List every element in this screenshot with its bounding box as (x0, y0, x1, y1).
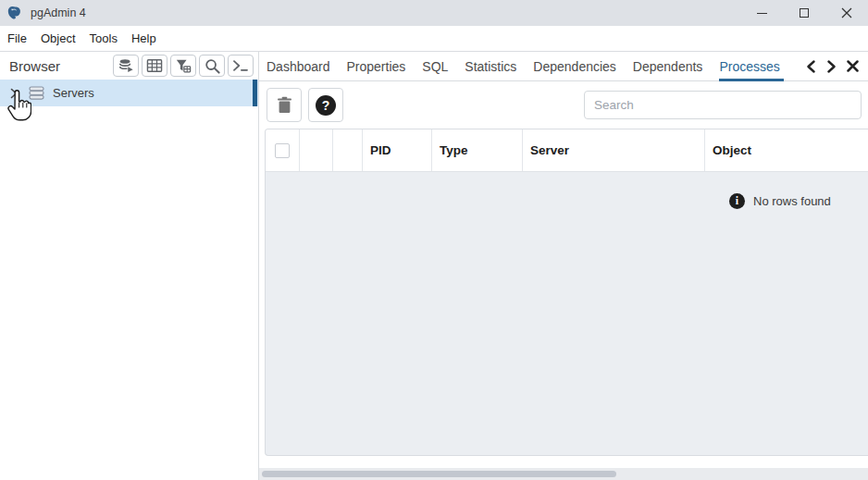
terminal-icon (232, 59, 249, 72)
empty-message: No rows found (753, 194, 831, 208)
tab-navigation (806, 60, 859, 73)
expand-chevron-icon[interactable] (10, 88, 18, 99)
view-data-icon (146, 58, 163, 73)
tab-sql[interactable]: SQL (422, 52, 448, 81)
browser-toolbar (113, 55, 254, 77)
close-icon (841, 7, 852, 18)
filter-icon (175, 58, 192, 74)
minimize-button[interactable] (740, 0, 783, 26)
tab-dependents[interactable]: Dependents (633, 52, 703, 81)
tabs-scroll-left-button[interactable] (806, 60, 816, 73)
query-tool-icon (118, 57, 134, 74)
tabs-scroll-right-button[interactable] (826, 60, 837, 73)
tree-item-label: Servers (53, 86, 94, 100)
tab-dashboard[interactable]: Dashboard (267, 52, 330, 81)
maximize-button[interactable] (783, 0, 825, 26)
horizontal-scrollbar[interactable] (259, 468, 868, 480)
tabs-bar: Dashboard Properties SQL Statistics Depe… (259, 52, 868, 81)
psql-tool-button[interactable] (228, 55, 254, 77)
close-button[interactable] (825, 0, 868, 26)
menu-tools[interactable]: Tools (90, 31, 118, 45)
help-icon: ? (316, 95, 336, 116)
header-cell-select (266, 129, 300, 171)
server-group-icon (29, 86, 44, 100)
browser-header: Browser (0, 52, 258, 80)
tab-dependencies[interactable]: Dependencies (533, 52, 616, 81)
query-tool-button[interactable] (113, 55, 139, 77)
header-cell-type[interactable]: Type (432, 129, 523, 171)
chevron-right-icon (826, 60, 837, 73)
menu-file[interactable]: File (7, 31, 27, 45)
filtered-rows-button[interactable] (170, 55, 196, 77)
pgadmin-window: pgAdmin 4 File Object Tools Help Browser (0, 0, 868, 480)
close-icon (847, 60, 859, 72)
empty-state: i No rows found (729, 193, 868, 209)
search-input[interactable] (584, 91, 862, 119)
window-title: pgAdmin 4 (31, 6, 86, 19)
tab-properties[interactable]: Properties (347, 52, 406, 81)
main-area: Browser (0, 52, 868, 480)
header-cell-empty-2 (333, 129, 363, 171)
menu-object[interactable]: Object (41, 31, 76, 45)
search-icon (205, 58, 220, 74)
trash-icon (277, 96, 292, 114)
selection-accent-bar (253, 80, 257, 106)
processes-panel: Dashboard Properties SQL Statistics Depe… (259, 52, 868, 480)
delete-process-button[interactable] (267, 88, 302, 122)
select-all-checkbox[interactable] (275, 143, 290, 158)
titlebar: pgAdmin 4 (0, 0, 868, 26)
browser-panel-title: Browser (9, 58, 60, 74)
tab-processes[interactable]: Processes (719, 52, 784, 81)
browser-panel: Browser (0, 52, 259, 480)
table-header-row: PID Type Server Object (266, 129, 868, 172)
processes-table: PID Type Server Object i No rows found (265, 129, 868, 456)
header-cell-server[interactable]: Server (523, 129, 705, 171)
header-cell-pid[interactable]: PID (363, 129, 432, 171)
pgadmin-logo-icon (7, 6, 22, 20)
search-objects-button[interactable] (199, 55, 225, 77)
window-controls (740, 0, 868, 26)
header-cell-empty-1 (300, 129, 333, 171)
processes-toolbar: ? (259, 81, 868, 129)
menu-help[interactable]: Help (131, 31, 156, 45)
help-button[interactable]: ? (308, 88, 343, 122)
menubar: File Object Tools Help (0, 26, 868, 52)
view-data-button[interactable] (142, 55, 167, 77)
maximize-icon (800, 8, 809, 18)
scrollbar-thumb[interactable] (262, 471, 616, 477)
minimize-icon (757, 13, 767, 14)
info-icon: i (729, 193, 745, 209)
tree-item-servers[interactable]: Servers (0, 80, 258, 106)
header-cell-object[interactable]: Object (705, 129, 868, 171)
panel-close-button[interactable] (847, 60, 859, 72)
chevron-left-icon (806, 60, 816, 73)
tab-statistics[interactable]: Statistics (465, 52, 516, 81)
